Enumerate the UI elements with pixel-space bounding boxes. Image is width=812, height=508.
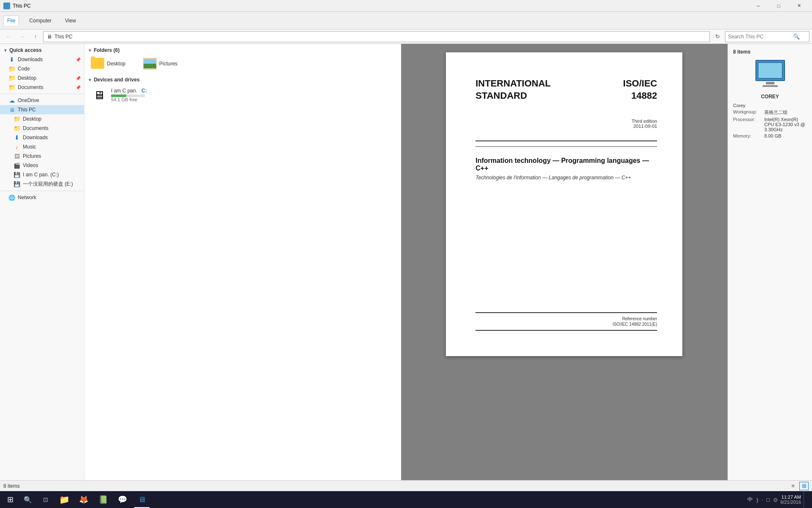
clock-date: 9/21/2016 <box>780 500 801 505</box>
sidebar-item-network[interactable]: 🌐 Network <box>0 193 84 202</box>
devices-header-label: Devices and drives <box>94 77 140 83</box>
titlebar-left: This PC <box>3 3 31 9</box>
systray-icon-5[interactable]: ⊙ <box>773 497 778 503</box>
chevron-down-icon: ▼ <box>3 48 8 53</box>
folder-item-pictures[interactable]: Pictures <box>140 56 191 72</box>
details-pc-name: COREY <box>733 94 807 100</box>
details-owner-row: Corey <box>733 103 807 108</box>
pin-icon: 📌 <box>76 76 81 81</box>
search-taskbar-icon: 🔍 <box>24 496 32 504</box>
sidebar-item-downloads-label: Downloads <box>18 57 43 62</box>
search-button[interactable]: 🔍 <box>19 491 36 508</box>
taskbar-app-wechat[interactable]: 💬 <box>113 491 132 508</box>
folder-icon: 📁 <box>14 116 20 122</box>
sidebar-item-onedrive[interactable]: ☁ OneDrive <box>0 96 84 105</box>
address-box[interactable]: 🖥 This PC <box>43 31 710 42</box>
folders-section: ▼ Folders (6) Desktop <box>88 47 398 72</box>
pdf-bottom-line-1 <box>475 330 657 331</box>
downloads-icon: ⬇ <box>14 134 20 141</box>
sidebar-item-desktop-pc[interactable]: 📁 Desktop <box>0 114 84 124</box>
videos-icon: 🎬 <box>14 162 20 169</box>
sidebar-item-drive-e[interactable]: 💾 一个没屁用的硬盘 (E:) <box>0 179 84 189</box>
content-area: ▼ Folders (6) Desktop <box>84 44 812 480</box>
systray-icon-3[interactable]: · <box>762 497 763 503</box>
minimize-button[interactable]: ─ <box>749 0 768 12</box>
ribbon-tab-file[interactable]: File <box>3 16 19 25</box>
ribbon-tab-computer[interactable]: Computer <box>26 16 55 25</box>
pdf-divider-top <box>475 141 657 141</box>
systray-icons: 中 ) · □ ⊙ <box>747 496 778 503</box>
details-owner-value: Corey <box>733 103 745 108</box>
pdf-preview-panel[interactable]: INTERNATIONAL STANDARD ISO/IEC 14882 Thi… <box>401 44 728 480</box>
monitor-screen <box>758 62 782 78</box>
quick-access-label: Quick access <box>9 47 42 53</box>
details-memory-label: Memory: <box>733 133 763 138</box>
pin-icon: 📌 <box>76 85 81 90</box>
systray-icon-1[interactable]: 中 <box>747 496 753 503</box>
close-button[interactable]: ✕ <box>789 0 809 12</box>
taskbar-app-onenote[interactable]: 📗 <box>94 491 112 508</box>
taskbar-app-firefox[interactable]: 🦊 <box>74 491 93 508</box>
taskbar-app-thispc[interactable]: 🖥 <box>133 491 151 508</box>
hdd-icon: 💾 <box>14 181 20 188</box>
pdf-ref-label: Reference number <box>475 316 657 321</box>
folders-section-header[interactable]: ▼ Folders (6) <box>88 47 398 53</box>
statusbar-item-count: 8 items <box>3 483 20 489</box>
devices-section-header[interactable]: ▼ Devices and drives <box>88 77 398 83</box>
sidebar-item-pictures[interactable]: 🖼 Pictures <box>0 151 84 161</box>
sidebar-divider-1 <box>0 94 84 94</box>
taskbar-app-explorer[interactable]: 📁 <box>55 491 73 508</box>
up-button[interactable]: ↑ <box>30 31 41 42</box>
device-item-c[interactable]: 🖥 I am C pan. C: 54.1 GB free <box>88 85 398 105</box>
sidebar-item-code[interactable]: 📁 Code <box>0 64 84 73</box>
sidebar-item-documents-label: Documents <box>18 84 43 90</box>
sidebar-item-documents-quick[interactable]: 📁 Documents 📌 <box>0 83 84 92</box>
ribbon-tab-view[interactable]: View <box>62 16 79 25</box>
taskview-button[interactable]: ⊡ <box>37 491 54 508</box>
folder-item-name: Desktop <box>107 61 125 67</box>
windows-icon: ⊞ <box>7 495 14 504</box>
sidebar-section-quick-access[interactable]: ▼ Quick access <box>0 46 84 55</box>
taskview-icon: ⊡ <box>43 496 48 503</box>
sidebar-item-thispc[interactable]: 🖥 This PC <box>0 105 84 114</box>
explorer-taskbar-icon: 📁 <box>59 494 70 505</box>
sidebar-item-videos[interactable]: 🎬 Videos <box>0 161 84 170</box>
pdf-bottom-lines <box>475 330 657 331</box>
devices-section: ▼ Devices and drives 🖥 I am C pan. C: <box>88 77 398 105</box>
sidebar: ▼ Quick access ⬇ Downloads 📌 📁 Code 📁 De… <box>0 44 84 480</box>
view-btn-details[interactable]: ≡ <box>788 482 798 490</box>
firefox-icon: 🦊 <box>79 495 88 504</box>
sidebar-drive-e-label: 一个没屁用的硬盘 (E:) <box>23 181 73 188</box>
details-processor-row: Processor: Intel(R) Xeon(R) CPU E3-1230 … <box>733 117 807 132</box>
search-icon: 🔍 <box>793 33 800 40</box>
sidebar-item-documents-pc[interactable]: 📁 Documents <box>0 124 84 133</box>
onenote-icon: 📗 <box>98 495 108 504</box>
search-input[interactable] <box>728 34 791 40</box>
sidebar-item-drive-c[interactable]: 💾 I am C pan. (C:) <box>0 170 84 179</box>
folder-item-desktop[interactable]: Desktop <box>88 56 139 72</box>
start-button[interactable]: ⊞ <box>2 491 19 508</box>
systray-icon-4[interactable]: □ <box>766 497 770 503</box>
titlebar: This PC ─ □ ✕ <box>0 0 812 12</box>
sidebar-item-desktop-quick[interactable]: 📁 Desktop 📌 <box>0 73 84 83</box>
sidebar-item-downloads-quick[interactable]: ⬇ Downloads 📌 <box>0 55 84 64</box>
back-button[interactable]: ← <box>3 31 14 42</box>
refresh-button[interactable]: ↻ <box>712 31 723 42</box>
clock[interactable]: 11:27 AM 9/21/2016 <box>780 494 801 505</box>
systray-icon-2[interactable]: ) <box>756 497 758 503</box>
details-workgroup-value: 英格兰二组 <box>764 109 788 116</box>
wechat-icon: 💬 <box>118 495 127 504</box>
pictures-icon: 🖼 <box>14 153 20 159</box>
forward-button[interactable]: → <box>16 31 28 42</box>
show-desktop-button[interactable] <box>804 491 807 508</box>
pdf-ref-number: ISO/IEC 14882:2011(E) <box>475 322 657 327</box>
music-icon: ♪ <box>14 143 20 150</box>
sidebar-item-music[interactable]: ♪ Music <box>0 142 84 151</box>
pdf-standard-label: INTERNATIONAL STANDARD <box>475 78 551 102</box>
pin-icon: 📌 <box>76 57 81 62</box>
pdf-edition: Third edition 2011-09-01 <box>475 119 657 129</box>
sidebar-item-downloads-pc[interactable]: ⬇ Downloads <box>0 133 84 142</box>
pc-icon <box>753 60 787 89</box>
maximize-button[interactable]: □ <box>769 0 788 12</box>
view-btn-large[interactable]: ⊞ <box>799 482 809 490</box>
